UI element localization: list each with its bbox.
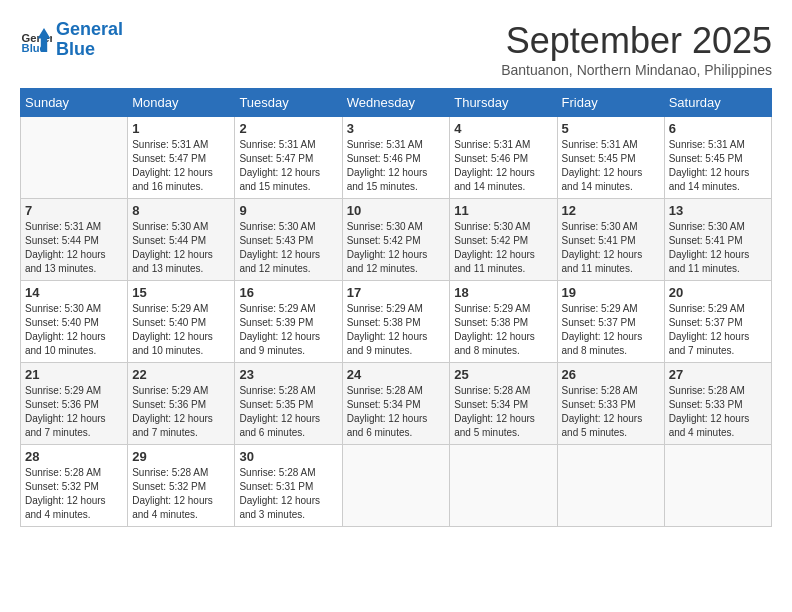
calendar-cell: 3Sunrise: 5:31 AMSunset: 5:46 PMDaylight… xyxy=(342,117,450,199)
month-title: September 2025 xyxy=(501,20,772,62)
day-info: Sunrise: 5:29 AMSunset: 5:38 PMDaylight:… xyxy=(454,302,552,358)
header-monday: Monday xyxy=(128,89,235,117)
calendar-cell: 23Sunrise: 5:28 AMSunset: 5:35 PMDayligh… xyxy=(235,363,342,445)
title-block: September 2025 Bantuanon, Northern Minda… xyxy=(501,20,772,78)
day-number: 18 xyxy=(454,285,552,300)
day-info: Sunrise: 5:31 AMSunset: 5:44 PMDaylight:… xyxy=(25,220,123,276)
day-info: Sunrise: 5:30 AMSunset: 5:44 PMDaylight:… xyxy=(132,220,230,276)
calendar-header-row: SundayMondayTuesdayWednesdayThursdayFrid… xyxy=(21,89,772,117)
day-number: 26 xyxy=(562,367,660,382)
calendar-cell: 6Sunrise: 5:31 AMSunset: 5:45 PMDaylight… xyxy=(664,117,771,199)
day-number: 14 xyxy=(25,285,123,300)
day-number: 6 xyxy=(669,121,767,136)
logo-icon: General Blue xyxy=(20,24,52,56)
day-info: Sunrise: 5:28 AMSunset: 5:32 PMDaylight:… xyxy=(25,466,123,522)
day-info: Sunrise: 5:31 AMSunset: 5:47 PMDaylight:… xyxy=(132,138,230,194)
day-number: 20 xyxy=(669,285,767,300)
day-info: Sunrise: 5:29 AMSunset: 5:36 PMDaylight:… xyxy=(132,384,230,440)
day-number: 29 xyxy=(132,449,230,464)
day-number: 4 xyxy=(454,121,552,136)
calendar-cell xyxy=(450,445,557,527)
calendar-cell: 16Sunrise: 5:29 AMSunset: 5:39 PMDayligh… xyxy=(235,281,342,363)
day-info: Sunrise: 5:31 AMSunset: 5:46 PMDaylight:… xyxy=(454,138,552,194)
day-number: 7 xyxy=(25,203,123,218)
day-info: Sunrise: 5:29 AMSunset: 5:36 PMDaylight:… xyxy=(25,384,123,440)
day-info: Sunrise: 5:29 AMSunset: 5:38 PMDaylight:… xyxy=(347,302,446,358)
day-number: 3 xyxy=(347,121,446,136)
logo: General Blue General Blue xyxy=(20,20,123,60)
day-number: 9 xyxy=(239,203,337,218)
day-number: 21 xyxy=(25,367,123,382)
page-header: General Blue General Blue September 2025… xyxy=(20,20,772,78)
calendar-cell xyxy=(664,445,771,527)
calendar-cell: 26Sunrise: 5:28 AMSunset: 5:33 PMDayligh… xyxy=(557,363,664,445)
header-friday: Friday xyxy=(557,89,664,117)
location-subtitle: Bantuanon, Northern Mindanao, Philippine… xyxy=(501,62,772,78)
day-info: Sunrise: 5:28 AMSunset: 5:31 PMDaylight:… xyxy=(239,466,337,522)
day-info: Sunrise: 5:30 AMSunset: 5:42 PMDaylight:… xyxy=(347,220,446,276)
day-info: Sunrise: 5:31 AMSunset: 5:46 PMDaylight:… xyxy=(347,138,446,194)
calendar-cell: 8Sunrise: 5:30 AMSunset: 5:44 PMDaylight… xyxy=(128,199,235,281)
logo-text-blue: Blue xyxy=(56,40,123,60)
calendar-cell: 2Sunrise: 5:31 AMSunset: 5:47 PMDaylight… xyxy=(235,117,342,199)
day-number: 23 xyxy=(239,367,337,382)
day-number: 24 xyxy=(347,367,446,382)
calendar-cell: 5Sunrise: 5:31 AMSunset: 5:45 PMDaylight… xyxy=(557,117,664,199)
calendar-cell: 4Sunrise: 5:31 AMSunset: 5:46 PMDaylight… xyxy=(450,117,557,199)
day-number: 11 xyxy=(454,203,552,218)
day-number: 15 xyxy=(132,285,230,300)
calendar-cell: 30Sunrise: 5:28 AMSunset: 5:31 PMDayligh… xyxy=(235,445,342,527)
calendar-cell: 14Sunrise: 5:30 AMSunset: 5:40 PMDayligh… xyxy=(21,281,128,363)
day-info: Sunrise: 5:30 AMSunset: 5:43 PMDaylight:… xyxy=(239,220,337,276)
day-number: 28 xyxy=(25,449,123,464)
calendar-cell: 15Sunrise: 5:29 AMSunset: 5:40 PMDayligh… xyxy=(128,281,235,363)
day-number: 1 xyxy=(132,121,230,136)
calendar-week-row: 14Sunrise: 5:30 AMSunset: 5:40 PMDayligh… xyxy=(21,281,772,363)
calendar-cell xyxy=(21,117,128,199)
day-number: 22 xyxy=(132,367,230,382)
day-number: 13 xyxy=(669,203,767,218)
day-info: Sunrise: 5:29 AMSunset: 5:40 PMDaylight:… xyxy=(132,302,230,358)
calendar-cell: 27Sunrise: 5:28 AMSunset: 5:33 PMDayligh… xyxy=(664,363,771,445)
calendar-week-row: 28Sunrise: 5:28 AMSunset: 5:32 PMDayligh… xyxy=(21,445,772,527)
calendar-cell: 29Sunrise: 5:28 AMSunset: 5:32 PMDayligh… xyxy=(128,445,235,527)
day-info: Sunrise: 5:28 AMSunset: 5:33 PMDaylight:… xyxy=(669,384,767,440)
header-tuesday: Tuesday xyxy=(235,89,342,117)
calendar-cell xyxy=(342,445,450,527)
calendar-cell: 25Sunrise: 5:28 AMSunset: 5:34 PMDayligh… xyxy=(450,363,557,445)
day-info: Sunrise: 5:29 AMSunset: 5:37 PMDaylight:… xyxy=(562,302,660,358)
calendar-cell xyxy=(557,445,664,527)
day-number: 12 xyxy=(562,203,660,218)
day-number: 16 xyxy=(239,285,337,300)
calendar-cell: 9Sunrise: 5:30 AMSunset: 5:43 PMDaylight… xyxy=(235,199,342,281)
header-saturday: Saturday xyxy=(664,89,771,117)
calendar-table: SundayMondayTuesdayWednesdayThursdayFrid… xyxy=(20,88,772,527)
day-info: Sunrise: 5:29 AMSunset: 5:37 PMDaylight:… xyxy=(669,302,767,358)
calendar-body: 1Sunrise: 5:31 AMSunset: 5:47 PMDaylight… xyxy=(21,117,772,527)
calendar-cell: 12Sunrise: 5:30 AMSunset: 5:41 PMDayligh… xyxy=(557,199,664,281)
calendar-cell: 24Sunrise: 5:28 AMSunset: 5:34 PMDayligh… xyxy=(342,363,450,445)
day-info: Sunrise: 5:30 AMSunset: 5:40 PMDaylight:… xyxy=(25,302,123,358)
day-info: Sunrise: 5:29 AMSunset: 5:39 PMDaylight:… xyxy=(239,302,337,358)
day-info: Sunrise: 5:31 AMSunset: 5:47 PMDaylight:… xyxy=(239,138,337,194)
calendar-week-row: 7Sunrise: 5:31 AMSunset: 5:44 PMDaylight… xyxy=(21,199,772,281)
calendar-cell: 7Sunrise: 5:31 AMSunset: 5:44 PMDaylight… xyxy=(21,199,128,281)
day-number: 19 xyxy=(562,285,660,300)
day-info: Sunrise: 5:31 AMSunset: 5:45 PMDaylight:… xyxy=(669,138,767,194)
day-number: 8 xyxy=(132,203,230,218)
day-number: 10 xyxy=(347,203,446,218)
calendar-week-row: 1Sunrise: 5:31 AMSunset: 5:47 PMDaylight… xyxy=(21,117,772,199)
day-info: Sunrise: 5:30 AMSunset: 5:41 PMDaylight:… xyxy=(669,220,767,276)
day-info: Sunrise: 5:30 AMSunset: 5:41 PMDaylight:… xyxy=(562,220,660,276)
day-info: Sunrise: 5:28 AMSunset: 5:35 PMDaylight:… xyxy=(239,384,337,440)
calendar-cell: 18Sunrise: 5:29 AMSunset: 5:38 PMDayligh… xyxy=(450,281,557,363)
day-info: Sunrise: 5:30 AMSunset: 5:42 PMDaylight:… xyxy=(454,220,552,276)
calendar-cell: 20Sunrise: 5:29 AMSunset: 5:37 PMDayligh… xyxy=(664,281,771,363)
calendar-cell: 10Sunrise: 5:30 AMSunset: 5:42 PMDayligh… xyxy=(342,199,450,281)
calendar-cell: 13Sunrise: 5:30 AMSunset: 5:41 PMDayligh… xyxy=(664,199,771,281)
calendar-cell: 28Sunrise: 5:28 AMSunset: 5:32 PMDayligh… xyxy=(21,445,128,527)
day-info: Sunrise: 5:28 AMSunset: 5:34 PMDaylight:… xyxy=(454,384,552,440)
logo-text-general: General xyxy=(56,20,123,40)
header-thursday: Thursday xyxy=(450,89,557,117)
calendar-cell: 1Sunrise: 5:31 AMSunset: 5:47 PMDaylight… xyxy=(128,117,235,199)
